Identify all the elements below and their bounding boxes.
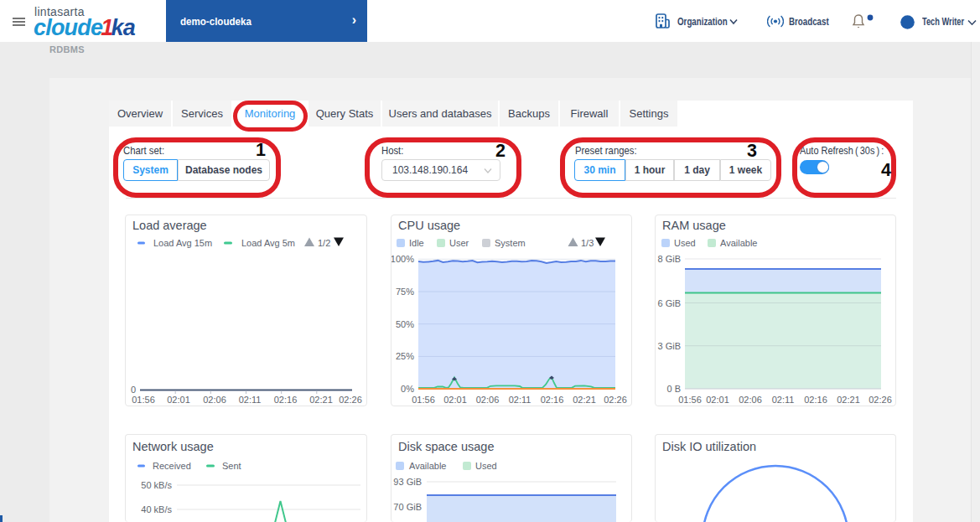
svg-text:Load Avg 5m: Load Avg 5m xyxy=(241,238,295,248)
svg-text:6 GiB: 6 GiB xyxy=(657,298,681,308)
svg-text:1/3: 1/3 xyxy=(581,238,594,248)
svg-text:Load Avg 15m: Load Avg 15m xyxy=(153,238,212,248)
svg-text:02:26: 02:26 xyxy=(339,395,362,405)
svg-text:Sent: Sent xyxy=(222,461,241,471)
svg-text:Received: Received xyxy=(153,461,191,471)
svg-text:Idle: Idle xyxy=(409,238,424,248)
svg-text:40 kB/s: 40 kB/s xyxy=(141,504,172,514)
svg-text:01:56: 01:56 xyxy=(412,395,435,405)
svg-text:75%: 75% xyxy=(396,287,414,297)
svg-text:02:01: 02:01 xyxy=(167,395,190,405)
svg-text:Available: Available xyxy=(409,461,446,471)
svg-text:Used: Used xyxy=(674,238,696,248)
svg-text:02:16: 02:16 xyxy=(804,395,827,405)
svg-text:02:06: 02:06 xyxy=(203,395,226,405)
svg-text:02:11: 02:11 xyxy=(772,395,795,405)
svg-text:02:11: 02:11 xyxy=(509,395,531,405)
svg-text:01:56: 01:56 xyxy=(678,395,702,405)
svg-text:100%: 100% xyxy=(391,254,414,264)
svg-text:System: System xyxy=(495,238,526,248)
svg-text:1/2: 1/2 xyxy=(318,238,330,248)
svg-text:0%: 0% xyxy=(401,384,414,394)
svg-text:02:06: 02:06 xyxy=(476,395,500,405)
svg-text:70 GiB: 70 GiB xyxy=(393,502,422,512)
svg-text:50 kB/s: 50 kB/s xyxy=(141,480,172,490)
svg-text:02:26: 02:26 xyxy=(604,395,627,405)
svg-text:25%: 25% xyxy=(396,351,414,361)
svg-text:User: User xyxy=(449,238,469,248)
svg-text:Available: Available xyxy=(720,238,757,248)
svg-text:02:16: 02:16 xyxy=(274,395,298,405)
svg-text:02:21: 02:21 xyxy=(309,395,333,405)
svg-text:93 GiB: 93 GiB xyxy=(393,477,422,487)
svg-text:3 GiB: 3 GiB xyxy=(657,341,681,351)
svg-text:02:16: 02:16 xyxy=(541,395,564,405)
svg-text:02:21: 02:21 xyxy=(573,395,596,405)
svg-text:02:01: 02:01 xyxy=(706,395,729,405)
svg-text:0 B: 0 B xyxy=(666,384,681,394)
svg-text:02:26: 02:26 xyxy=(869,395,892,405)
svg-text:02:21: 02:21 xyxy=(837,395,860,405)
svg-text:01:56: 01:56 xyxy=(132,395,155,405)
svg-text:Used: Used xyxy=(475,461,497,471)
svg-text:02:06: 02:06 xyxy=(739,395,762,405)
svg-text:8 GiB: 8 GiB xyxy=(657,254,681,264)
svg-text:50%: 50% xyxy=(396,319,414,329)
svg-text:0: 0 xyxy=(131,385,136,395)
svg-text:02:11: 02:11 xyxy=(239,395,262,405)
svg-text:02:01: 02:01 xyxy=(443,395,467,405)
